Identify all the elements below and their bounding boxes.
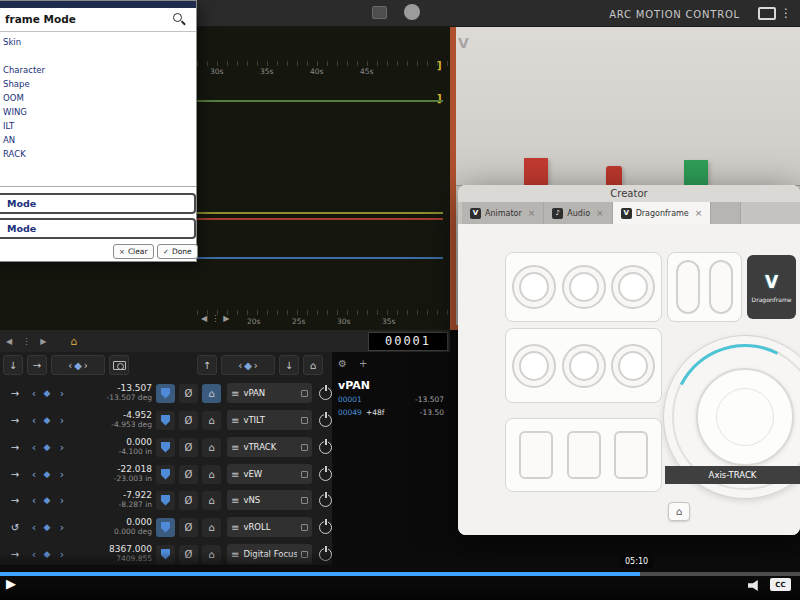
limit-shield-icon[interactable] [156, 518, 175, 537]
monitor-icon[interactable] [758, 7, 776, 20]
mode-box-2[interactable]: Mode [0, 218, 196, 239]
menu-icon[interactable]: ≡ [231, 495, 239, 506]
keyframe-diamond-icon[interactable]: ◆ [40, 388, 54, 398]
kebab-menu-icon[interactable]: ⋮ [780, 6, 792, 20]
knob[interactable] [611, 265, 655, 309]
keyframe-step-button[interactable]: ‹◆› [51, 355, 105, 375]
frame-back-icon[interactable]: ◀ [6, 337, 12, 346]
close-tab-icon[interactable]: × [695, 208, 703, 218]
nudge-right-icon[interactable]: › [56, 441, 68, 454]
jump-icon[interactable]: → [4, 495, 26, 506]
home-all-button[interactable]: ⌂ [303, 355, 323, 375]
axis-value-field[interactable]: 0.0000.000 deg [70, 518, 152, 535]
nudge-right-icon[interactable]: › [56, 468, 68, 481]
nudge-left-icon[interactable]: ‹ [28, 468, 40, 481]
mode-list-item[interactable]: WING [0, 105, 196, 119]
knob[interactable] [562, 344, 606, 388]
nudge-left-icon[interactable]: ‹ [28, 441, 40, 454]
limit-shield-icon[interactable] [156, 491, 175, 510]
menu-icon[interactable]: ≡ [231, 442, 239, 453]
knob[interactable] [611, 344, 655, 388]
menu-icon[interactable]: ≡ [231, 522, 239, 533]
surface-button[interactable] [614, 431, 648, 479]
clear-button[interactable]: × Clear [113, 244, 154, 259]
mode-list-item[interactable]: ILT [0, 119, 196, 133]
axis-name-box[interactable]: ≡ vEW [227, 464, 312, 484]
keyframe-bracket-icon[interactable]: ] [437, 60, 442, 71]
menu-icon[interactable]: ≡ [231, 388, 239, 399]
nudge-left-icon[interactable]: ‹ [28, 387, 40, 400]
knob[interactable] [562, 265, 606, 309]
play-button[interactable]: ▶ [6, 576, 16, 591]
limit-shield-icon[interactable] [156, 411, 175, 430]
nudge-right-icon[interactable]: › [56, 387, 68, 400]
frame-counter[interactable]: 00001 [368, 332, 448, 351]
power-icon[interactable] [319, 414, 332, 427]
add-keyframe-icon[interactable]: + [359, 358, 367, 369]
tab-audio[interactable]: ♪ Audio × [544, 202, 612, 224]
axis-name-box[interactable]: ≡ vTILT [227, 410, 312, 430]
mode-list-item[interactable]: OOM [0, 91, 196, 105]
mode-box-1[interactable]: Mode [0, 193, 196, 214]
axis-value-field[interactable]: -4.952-4.953 deg [70, 411, 152, 428]
disable-axis-icon[interactable]: Ø [179, 411, 198, 430]
move-up-button[interactable]: ↑ [197, 355, 217, 375]
menu-icon[interactable]: ≡ [231, 469, 239, 480]
captions-button[interactable]: CC [770, 578, 791, 591]
jump-icon[interactable]: → [4, 469, 26, 480]
nudge-right-icon[interactable]: › [56, 494, 68, 507]
loop-icon[interactable]: ↺ [4, 522, 26, 533]
user-circle-icon[interactable] [404, 4, 420, 20]
axis-value-field[interactable]: -22.018-23.003 in [70, 465, 152, 482]
axis-home-icon[interactable]: ⌂ [202, 384, 221, 403]
scroll-right-icon[interactable]: ▶ [223, 314, 229, 323]
keyframe-bracket-icon[interactable]: ] [437, 93, 442, 104]
nudge-right-icon[interactable]: › [56, 414, 68, 427]
axis-value-field[interactable]: 0.000-4.100 in [70, 438, 152, 455]
drag-handle-icon[interactable]: ⋮ [22, 337, 30, 346]
disable-axis-icon[interactable]: Ø [179, 384, 198, 403]
disable-axis-icon[interactable]: Ø [179, 518, 198, 537]
axis-name-box[interactable]: ≡ vPAN [227, 383, 312, 403]
search-icon[interactable] [173, 13, 182, 22]
timeline-ruler-top[interactable] [197, 61, 455, 66]
progress-bar[interactable] [0, 572, 800, 576]
keyframe-diamond-icon[interactable]: ◆ [40, 469, 54, 479]
axis-name-box[interactable]: ≡ vROLL [227, 517, 312, 537]
axis-home-icon[interactable]: ⌂ [202, 518, 221, 537]
menu-icon[interactable]: ≡ [231, 415, 239, 426]
keyframe-diamond-icon[interactable]: ◆ [40, 442, 54, 452]
nudge-left-icon[interactable]: ‹ [28, 414, 40, 427]
axis-home-icon[interactable]: ⌂ [202, 411, 221, 430]
power-icon[interactable] [319, 441, 332, 454]
tab-stub[interactable] [711, 202, 741, 224]
volume-icon[interactable] [748, 580, 762, 591]
disable-axis-icon[interactable]: Ø [179, 491, 198, 510]
keyframe-row[interactable]: 00049 +48f -13.50 [336, 407, 446, 418]
home-icon[interactable]: ⌂ [70, 335, 77, 348]
tab-animator[interactable]: V Animator × [462, 202, 544, 224]
surface-button[interactable] [567, 431, 601, 479]
dragonframe-tile[interactable]: V Dragonframe [747, 255, 796, 319]
keyframe-diamond-icon[interactable]: ◆ [40, 415, 54, 425]
slider-button[interactable] [709, 260, 733, 314]
power-icon[interactable] [319, 468, 332, 481]
limit-shield-icon[interactable] [156, 438, 175, 457]
home-button[interactable]: ⌂ [668, 502, 690, 521]
slider-button[interactable] [676, 260, 700, 314]
jump-icon[interactable]: → [4, 415, 26, 426]
done-button[interactable]: ✓ Done [157, 244, 198, 259]
mode-list-item[interactable]: AN [0, 133, 196, 147]
limit-shield-icon[interactable] [156, 465, 175, 484]
limit-shield-icon[interactable] [156, 384, 175, 403]
power-icon[interactable] [319, 387, 332, 400]
timeline-ruler-bottom[interactable] [197, 310, 455, 315]
camera-button[interactable] [109, 355, 129, 375]
frame-forward-icon[interactable]: ▶ [40, 337, 46, 346]
scroll-left-icon[interactable]: ◀ [201, 314, 207, 323]
axis-home-icon[interactable]: ⌂ [202, 438, 221, 457]
mode-list-item[interactable]: RACK [0, 147, 196, 161]
jump-icon[interactable]: → [4, 388, 26, 399]
close-tab-icon[interactable]: × [528, 208, 536, 218]
nudge-left-icon[interactable]: ‹ [28, 521, 40, 534]
